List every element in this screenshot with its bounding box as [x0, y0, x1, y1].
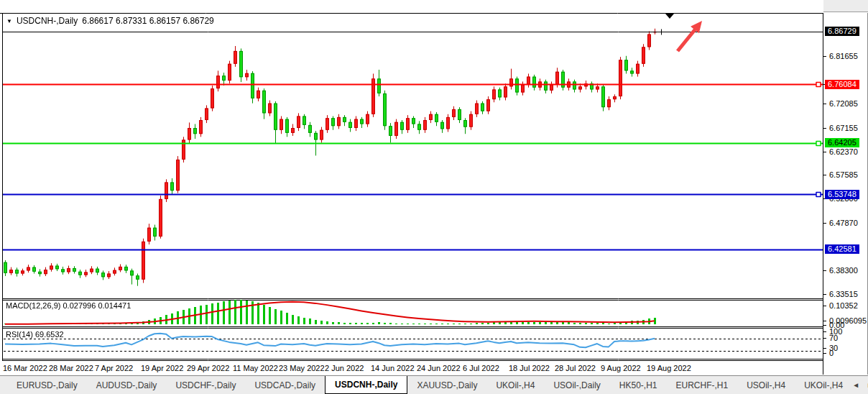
date-label: 6 Jul 2022 [463, 364, 499, 372]
date-label: 19 Apr 2022 [141, 364, 183, 372]
tab-ukoil-h4[interactable]: UKOil-,H4 [795, 376, 852, 394]
price-tick-label: 6.67155 [829, 124, 858, 132]
tab-eurchf-h1[interactable]: EURCHF-,H1 [666, 376, 737, 394]
date-label: 24 Jun 2022 [417, 364, 461, 372]
price-tick-label: 6.81655 [829, 52, 858, 60]
symbol-tabbar: EURUSD-,DailyAUDUSD-,DailyUSDCHF-,DailyU… [0, 375, 868, 394]
rsi-tick-label: 70 [829, 334, 838, 342]
tab-scroll-left-icon[interactable]: ◄ [852, 381, 859, 389]
date-label: 28 Jul 2022 [555, 364, 596, 372]
date-label: 16 Mar 2022 [3, 364, 47, 372]
chart-window: ▼ USDCNH-,Daily 6.86617 6.87331 6.86157 … [0, 13, 868, 375]
date-label: 7 Apr 2022 [95, 364, 133, 372]
date-label: 9 Aug 2022 [601, 364, 641, 372]
trading-terminal: 5M30H1H4D1W1MN ▼ USDCNH-,Daily 6.86617 6… [0, 0, 868, 394]
price-tick-label: 6.57585 [829, 170, 858, 179]
tab-hk50-h1[interactable]: HK50-,H1 [610, 376, 667, 394]
price-tick-label: 6.62370 [829, 147, 858, 156]
tab-usdcad-daily[interactable]: USDCAD-,Daily [245, 376, 325, 394]
macd-indicator-label: MACD(12,26,9) 0.027996 0.014471 [6, 301, 131, 310]
date-label: 18 Jul 2022 [509, 364, 550, 372]
price-tick-label: 6.47870 [829, 219, 858, 227]
tab-scroll-controls: ◄► [852, 376, 868, 394]
hline-price-box: 6.76084 [825, 80, 859, 89]
date-axis[interactable]: 16 Mar 202228 Mar 20227 Apr 202219 Apr 2… [0, 361, 823, 375]
chart-ohlc-values: 6.86617 6.87331 6.86157 6.86729 [82, 16, 214, 26]
tab-ukoil-h4[interactable]: UKOil-,H4 [486, 376, 544, 394]
tab-usoil-daily[interactable]: USOil-,Daily [544, 376, 609, 394]
chevron-down-icon[interactable]: ▼ [6, 18, 12, 24]
tab-xauusd-daily[interactable]: XAUUSD-,Daily [407, 376, 486, 394]
chart-title: ▼ USDCNH-,Daily 6.86617 6.87331 6.86157 … [6, 16, 214, 26]
price-tick-label: 6.38300 [829, 266, 858, 275]
tab-audusd-daily[interactable]: AUDUSD-,Daily [87, 376, 167, 394]
price-tick-label: 6.72085 [829, 99, 858, 108]
price-tick-label: 6.33515 [829, 290, 858, 298]
date-label: 29 Apr 2022 [187, 364, 229, 372]
chart-canvas[interactable] [0, 0, 823, 375]
tab-usdcnh-daily[interactable]: USDCNH-,Daily [325, 376, 407, 394]
hline-price-box: 6.53748 [825, 190, 859, 199]
rsi-tick-label: 0 [829, 349, 834, 357]
current-price-box: 6.86729 [825, 27, 859, 36]
date-label: 11 May 2022 [233, 364, 278, 372]
date-label: 28 Mar 2022 [49, 364, 93, 372]
price-axis[interactable]: 6.816556.760786.720856.671556.623706.575… [823, 13, 868, 375]
date-label: 23 May 2022 [279, 364, 325, 372]
rsi-indicator-label: RSI(14) 69.6532 [6, 330, 64, 339]
date-label: 2 Jun 2022 [325, 364, 364, 372]
hline-price-box: 6.64205 [825, 138, 859, 147]
chart-symbol-label: USDCNH-,Daily [17, 16, 78, 26]
macd-tick-label: 0.10352 [829, 301, 858, 310]
tab-usoil-h4[interactable]: USOil-,H4 [737, 376, 795, 394]
hline-price-box: 6.42581 [825, 244, 859, 254]
date-label: 19 Aug 2022 [647, 364, 691, 372]
tab-usdchf-daily[interactable]: USDCHF-,Daily [166, 376, 245, 394]
tab-eurusd-daily[interactable]: EURUSD-,Daily [7, 376, 87, 394]
date-label: 14 Jun 2022 [371, 364, 415, 372]
